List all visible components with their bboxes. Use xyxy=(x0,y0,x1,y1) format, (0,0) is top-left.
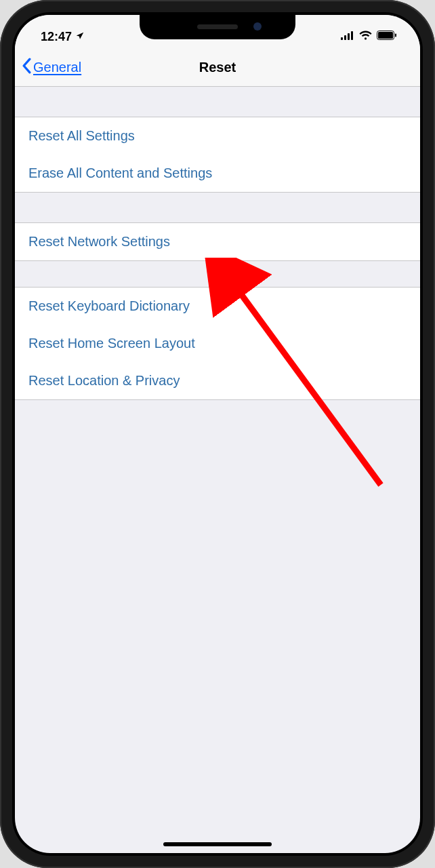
list-item-label: Erase All Content and Settings xyxy=(28,165,212,180)
home-indicator[interactable] xyxy=(163,842,272,846)
wifi-icon xyxy=(359,31,372,43)
svg-rect-3 xyxy=(351,31,353,40)
location-arrow-icon xyxy=(75,30,85,44)
reset-group-1: Reset All Settings Erase All Content and… xyxy=(15,117,420,193)
svg-rect-5 xyxy=(378,32,393,39)
cellular-signal-icon xyxy=(341,31,354,43)
navigation-bar: General Reset xyxy=(15,49,420,87)
reset-group-2: Reset Network Settings xyxy=(15,222,420,261)
chevron-left-icon xyxy=(22,58,32,77)
svg-rect-1 xyxy=(344,35,346,40)
status-time: 12:47 xyxy=(41,30,72,44)
back-label: General xyxy=(33,60,81,75)
svg-rect-6 xyxy=(395,34,396,37)
device-frame: 12:47 xyxy=(0,0,435,868)
list-item-label: Reset All Settings xyxy=(28,128,135,143)
reset-network-settings[interactable]: Reset Network Settings xyxy=(15,223,420,260)
list-item-label: Reset Home Screen Layout xyxy=(28,336,195,351)
battery-icon xyxy=(377,31,397,43)
reset-location-privacy[interactable]: Reset Location & Privacy xyxy=(15,362,420,399)
svg-rect-2 xyxy=(348,33,350,40)
svg-rect-0 xyxy=(341,37,343,40)
back-button[interactable]: General xyxy=(22,58,81,77)
notch xyxy=(140,15,295,39)
content-area: Reset All Settings Erase All Content and… xyxy=(15,87,420,400)
screen: 12:47 xyxy=(15,15,420,853)
list-item-label: Reset Network Settings xyxy=(28,234,170,249)
reset-home-screen-layout[interactable]: Reset Home Screen Layout xyxy=(15,325,420,362)
reset-keyboard-dictionary[interactable]: Reset Keyboard Dictionary xyxy=(15,288,420,325)
erase-all-content-settings[interactable]: Erase All Content and Settings xyxy=(15,155,420,192)
list-item-label: Reset Location & Privacy xyxy=(28,373,180,388)
reset-group-3: Reset Keyboard Dictionary Reset Home Scr… xyxy=(15,287,420,400)
page-title: Reset xyxy=(199,60,236,75)
list-item-label: Reset Keyboard Dictionary xyxy=(28,298,190,313)
reset-all-settings[interactable]: Reset All Settings xyxy=(15,117,420,155)
